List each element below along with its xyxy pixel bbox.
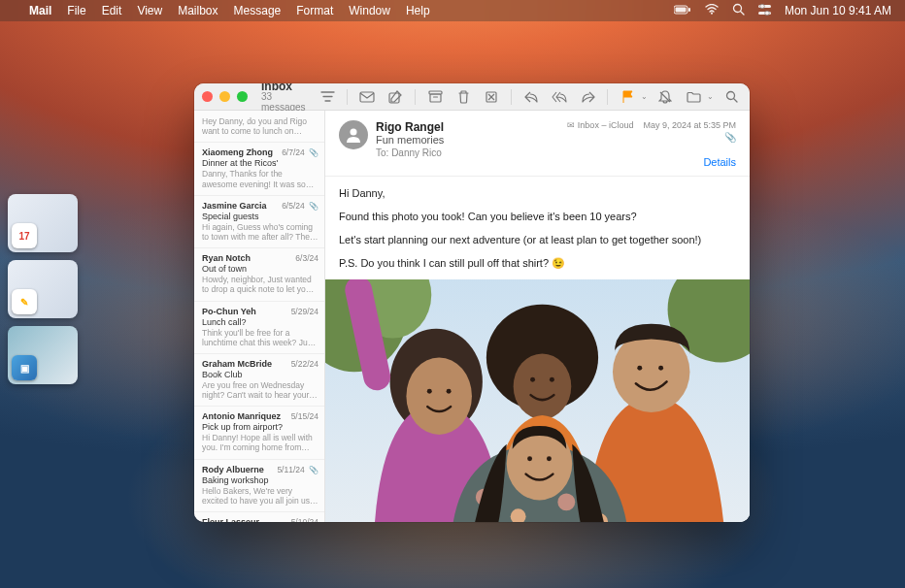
new-message-button[interactable] — [356, 87, 378, 107]
trash-button[interactable] — [452, 87, 474, 107]
menubar-clock[interactable]: Mon Jun 10 9:41 AM — [785, 4, 891, 17]
menu-edit[interactable]: Edit — [102, 4, 122, 17]
mailbox-name: Inbox – iCloud — [578, 120, 634, 130]
svg-point-46 — [527, 456, 532, 461]
paperclip-icon: 📎 — [307, 466, 318, 474]
message-subject: Fun memories — [376, 134, 559, 146]
list-item[interactable]: Po-Chun Yeh5/29/24Lunch call?Think you'l… — [194, 302, 324, 354]
svg-point-32 — [613, 331, 689, 411]
message-list[interactable]: Hey Danny, do you and Rigo want to come … — [194, 111, 325, 522]
move-button[interactable] — [683, 87, 704, 107]
list-subject: Special guests — [202, 212, 318, 221]
svg-point-43 — [550, 377, 554, 382]
forward-button[interactable] — [577, 87, 598, 107]
compose-button[interactable] — [385, 87, 406, 107]
list-item[interactable]: Jasmine Garcia6/5/24 📎Special guestsHi a… — [194, 196, 324, 248]
spotlight-icon[interactable] — [732, 3, 745, 18]
paperclip-icon: 📎 — [307, 202, 318, 211]
menubar: Mail File Edit View Mailbox Message Form… — [0, 0, 905, 21]
list-item[interactable]: Hey Danny, do you and Rigo want to come … — [194, 111, 324, 143]
mute-button[interactable] — [654, 87, 676, 107]
list-subject: Lunch call? — [202, 317, 318, 327]
menu-help[interactable]: Help — [406, 4, 430, 17]
titlebar: Inbox 33 messages ⌄ ⌄ — [194, 83, 750, 111]
flag-button[interactable] — [617, 87, 638, 107]
list-date: 5/10/24 — [291, 517, 318, 522]
message-header: Rigo Rangel Fun memories To: Danny Rico … — [325, 111, 750, 177]
battery-icon[interactable] — [674, 4, 691, 17]
flag-menu-chevron-icon[interactable]: ⌄ — [641, 92, 648, 101]
avatar — [339, 120, 368, 149]
message-pane: Rigo Rangel Fun memories To: Danny Rico … — [325, 111, 750, 522]
svg-point-45 — [658, 366, 663, 371]
list-item[interactable]: Graham McBride5/22/24Book ClubAre you fr… — [194, 354, 324, 407]
svg-point-40 — [427, 388, 432, 393]
menu-window[interactable]: Window — [349, 4, 390, 17]
menu-view[interactable]: View — [137, 4, 162, 17]
calendar-icon: 17 — [12, 223, 37, 248]
list-preview: Hello Bakers, We're very excited to have… — [202, 486, 318, 506]
window-minimize-button[interactable] — [219, 91, 230, 102]
list-preview: Are you free on Wednesday night? Can't w… — [202, 380, 318, 400]
menu-file[interactable]: File — [67, 4, 85, 17]
stage-thumb-photos[interactable]: ▣ — [8, 326, 78, 384]
toolbar: ⌄ ⌄ — [317, 87, 742, 107]
list-item[interactable]: Fleur Lasseur5/10/24Soccer jerseysAre yo… — [194, 512, 324, 522]
list-sender: Rody Albuerne — [202, 465, 264, 474]
stage-thumb-notes[interactable]: ✎ — [8, 260, 78, 318]
list-date: 5/15/24 — [291, 411, 318, 421]
svg-point-3 — [711, 13, 713, 15]
list-item[interactable]: Antonio Manriquez5/15/24Pick up from air… — [194, 407, 324, 459]
junk-button[interactable] — [481, 87, 502, 107]
archive-button[interactable] — [424, 87, 446, 107]
list-subject: Out of town — [202, 264, 318, 274]
list-sender: Xiaomeng Zhong — [202, 147, 273, 157]
body-line: P.S. Do you think I can still pull off t… — [339, 256, 736, 272]
list-item[interactable]: Rody Albuerne5/11/24 📎Baking workshopHel… — [194, 460, 324, 512]
reply-all-button[interactable] — [549, 87, 570, 107]
app-menu[interactable]: Mail — [29, 4, 51, 17]
window-close-button[interactable] — [202, 91, 213, 102]
body-line: Let's start planning our next adventure … — [339, 233, 736, 248]
svg-point-41 — [447, 388, 452, 393]
list-date: 6/5/24 📎 — [282, 201, 318, 211]
list-preview: Danny, Thanks for the awesome evening! I… — [202, 169, 318, 188]
control-center-icon[interactable] — [758, 4, 771, 18]
to-name: Danny Rico — [391, 147, 442, 158]
filter-button[interactable] — [317, 87, 338, 107]
menu-message[interactable]: Message — [234, 4, 282, 17]
body-line: Hi Danny, — [339, 186, 736, 202]
svg-point-34 — [514, 353, 572, 419]
svg-point-24 — [351, 129, 357, 136]
list-sender: Po-Chun Yeh — [202, 307, 256, 316]
list-date: 5/22/24 — [291, 359, 318, 369]
list-date: 5/11/24 📎 — [277, 465, 318, 474]
svg-line-23 — [733, 99, 737, 103]
svg-point-47 — [547, 456, 552, 461]
move-menu-chevron-icon[interactable]: ⌄ — [707, 92, 714, 101]
svg-point-9 — [765, 11, 770, 16]
reply-button[interactable] — [520, 87, 542, 107]
list-preview: Think you'll be free for a lunchtime cha… — [202, 328, 318, 347]
search-button[interactable] — [721, 87, 742, 107]
menu-format[interactable]: Format — [296, 4, 333, 17]
body-line: Found this photo you took! Can you belie… — [339, 210, 736, 225]
mailbox-badge: ✉︎ Inbox – iCloud — [567, 120, 636, 130]
mail-window: Inbox 33 messages ⌄ ⌄ Hey Danny, — [194, 83, 750, 522]
list-sender: Antonio Manriquez — [202, 411, 281, 421]
list-item[interactable]: Xiaomeng Zhong6/7/24 📎Dinner at the Rico… — [194, 143, 324, 195]
wifi-icon[interactable] — [705, 4, 719, 17]
window-zoom-button[interactable] — [237, 91, 248, 102]
list-sender: Fleur Lasseur — [202, 517, 259, 522]
details-link[interactable]: Details — [567, 156, 736, 168]
paperclip-icon: 📎 — [307, 148, 318, 157]
stage-thumb-calendar[interactable]: 17 — [8, 194, 78, 252]
svg-rect-2 — [688, 8, 690, 12]
svg-rect-13 — [360, 92, 374, 102]
list-item[interactable]: Ryan Notch6/3/24Out of townHowdy, neighb… — [194, 248, 324, 301]
attachment-icon: 📎 — [567, 132, 736, 143]
list-sender: Graham McBride — [202, 359, 272, 369]
list-preview: Hi again, Guess who's coming to town wit… — [202, 222, 318, 242]
menu-mailbox[interactable]: Mailbox — [178, 4, 218, 17]
list-preview: Hey Danny, do you and Rigo want to come … — [202, 116, 318, 136]
